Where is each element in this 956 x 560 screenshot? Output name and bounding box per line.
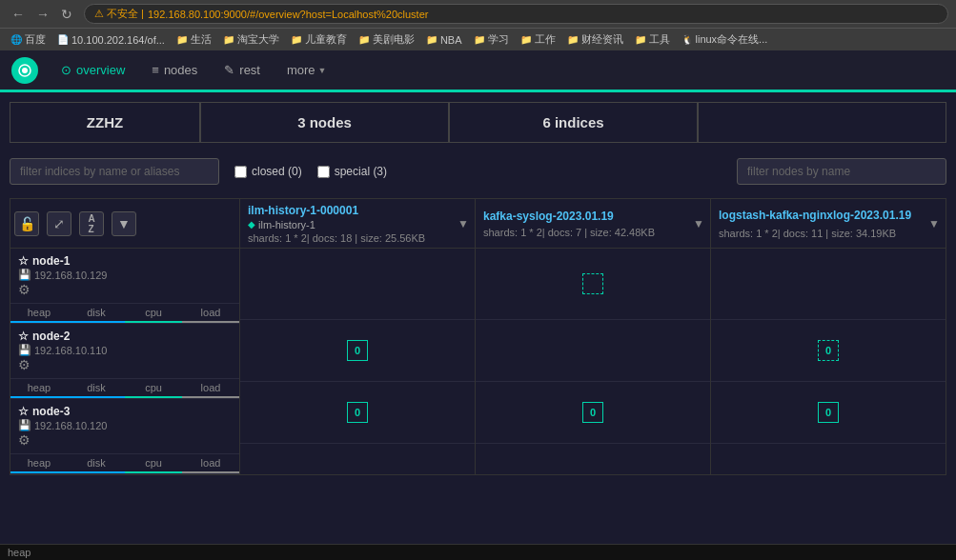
node-1-heap: heap (10, 304, 68, 323)
special-filter-checkbox[interactable]: special (3) (317, 165, 387, 178)
shard-cell-1-1 (476, 320, 710, 382)
hdd-icon: 💾 (18, 419, 31, 431)
bookmark-nba[interactable]: 📁 NBA (423, 33, 465, 47)
bookmark-label: 儿童教育 (305, 32, 347, 47)
indices-count-box[interactable]: 6 indices (449, 102, 698, 143)
hdd-icon: 💾 (18, 344, 31, 356)
lock-tool-icon[interactable]: 🔓 (14, 211, 39, 236)
rest-icon: ✎ (224, 63, 234, 77)
bookmark-work[interactable]: 📁 工作 (518, 31, 559, 48)
node-2-ip: 💾 192.168.10.110 (18, 344, 232, 356)
app-logo[interactable] (11, 57, 38, 84)
star-icon[interactable]: ☆ (18, 254, 29, 268)
index-col-0-header: ilm-history-1-000001 ▼ ◆ ilm-history-1 s… (240, 199, 475, 249)
node-3-heap: heap (10, 454, 68, 473)
address-bar[interactable]: ⚠ 不安全 | 192.168.80.100:9000/#/overview?h… (84, 4, 948, 24)
cluster-name-box[interactable]: ZZHZ (10, 102, 200, 143)
main-content: ZZHZ 3 nodes 6 indices closed (0) specia… (0, 92, 956, 485)
shard-box[interactable]: 0 (347, 340, 368, 361)
shard-box[interactable]: 0 (347, 402, 368, 423)
shard-cell-1-0[interactable] (476, 249, 710, 320)
folder-icon: 📁 (474, 34, 485, 45)
cluster-name: ZZHZ (87, 114, 123, 130)
star-icon[interactable]: ☆ (18, 330, 29, 343)
node-1-disk: disk (68, 304, 125, 323)
bookmark-movies[interactable]: 📁 美剧电影 (356, 31, 417, 48)
shard-cell-0-2[interactable]: 0 (240, 382, 475, 444)
browser-bar: ← → ↻ ⚠ 不安全 | 192.168.80.100:9000/#/over… (0, 0, 956, 28)
bookmark-label: 美剧电影 (373, 32, 415, 47)
closed-filter-checkbox[interactable]: closed (0) (234, 165, 302, 178)
index-2-name[interactable]: logstash-kafka-nginxlog-2023.01.19 ▼ (719, 209, 938, 222)
bookmark-taobao[interactable]: 📁 淘宝大学 (220, 31, 282, 48)
bookmark-study[interactable]: 📁 学习 (471, 31, 512, 48)
forward-button[interactable]: → (32, 5, 53, 24)
node-row-3: ☆ node-3 💾 192.168.10.120 ⚙ heap disk cp… (10, 399, 239, 474)
special-checkbox[interactable] (317, 166, 330, 178)
bookmark-education[interactable]: 📁 儿童教育 (288, 31, 350, 48)
index-filter-input[interactable] (10, 158, 219, 185)
index-col-0: ilm-history-1-000001 ▼ ◆ ilm-history-1 s… (239, 199, 475, 474)
index-dropdown-icon[interactable]: ▼ (928, 217, 940, 230)
index-1-meta: shards: 1 * 2| docs: 7 | size: 42.48KB (483, 227, 702, 238)
bookmark-label: linux命令在线... (696, 32, 768, 47)
bookmark-life[interactable]: 📁 生活 (173, 31, 214, 48)
index-dropdown-icon[interactable]: ▼ (693, 217, 704, 230)
index-2-meta: shards: 1 * 2| docs: 11 | size: 34.19KB (719, 228, 938, 239)
expand-tool-icon[interactable]: ⤢ (47, 211, 71, 236)
bookmark-linux[interactable]: 🐧 linux命令在线... (679, 31, 771, 48)
closed-label: closed (0) (252, 165, 302, 178)
nodes-count-box[interactable]: 3 nodes (200, 102, 449, 143)
node-3-info: ☆ node-3 💾 192.168.10.120 ⚙ (10, 399, 239, 453)
nav-overview[interactable]: ⊙ overview (50, 57, 136, 83)
nav-nodes[interactable]: ≡ nodes (140, 57, 209, 83)
sort-down-icon[interactable]: ▼ (112, 211, 136, 236)
back-button[interactable]: ← (8, 5, 29, 24)
bookmark-baidu[interactable]: 🌐 百度 (8, 31, 49, 48)
node-2-heap: heap (10, 379, 68, 398)
bookmark-label: 工作 (535, 32, 556, 47)
refresh-button[interactable]: ↻ (57, 5, 76, 24)
overview-grid: 🔓 ⤢ AZ ▼ ☆ node-1 💾 192.168.10.129 ⚙ (10, 198, 946, 475)
folder-icon: 📁 (223, 34, 234, 45)
index-col-2: logstash-kafka-nginxlog-2023.01.19 ▼ sha… (710, 199, 946, 474)
node-2-name: ☆ node-2 (18, 330, 232, 343)
index-0-name[interactable]: ilm-history-1-000001 ▼ (248, 204, 467, 217)
node-filter-input[interactable] (737, 158, 946, 185)
shard-cell-2-2[interactable]: 0 (711, 382, 946, 444)
node-2-metrics: heap disk cpu load (10, 378, 239, 398)
shard-box-dotted[interactable]: 0 (818, 340, 839, 361)
closed-checkbox[interactable] (234, 166, 247, 178)
node-1-cpu: cpu (125, 304, 182, 323)
chevron-down-icon: ▼ (318, 66, 327, 75)
nav-more-label: more (287, 63, 315, 77)
nav-rest-label: rest (239, 63, 260, 77)
index-1-name[interactable]: kafka-syslog-2023.01.19 ▼ (483, 210, 702, 223)
bookmark-ip[interactable]: 📄 10.100.202.164/of... (54, 33, 168, 47)
index-dropdown-icon[interactable]: ▼ (458, 217, 469, 230)
node-1-ip: 💾 192.168.10.129 (18, 269, 232, 281)
star-icon[interactable]: ☆ (18, 405, 29, 418)
shard-cell-1-2[interactable]: 0 (476, 382, 710, 444)
index-0-meta: shards: 1 * 2| docs: 18 | size: 25.56KB (248, 232, 467, 244)
special-label: special (3) (335, 165, 387, 178)
folder-icon: 📄 (57, 34, 69, 45)
node-2-info: ☆ node-2 💾 192.168.10.110 ⚙ (10, 324, 239, 378)
node-3-gear: ⚙ (18, 432, 232, 448)
node-2-cpu: cpu (125, 379, 182, 398)
shard-box-dotted[interactable] (582, 273, 603, 294)
nav-more[interactable]: more ▼ (275, 57, 338, 83)
bookmark-label: 10.100.202.164/of... (71, 34, 165, 46)
sort-az-icon[interactable]: AZ (79, 211, 104, 236)
shard-box[interactable]: 0 (582, 402, 603, 423)
bookmark-tools[interactable]: 📁 工具 (632, 31, 673, 48)
shard-box[interactable]: 0 (818, 402, 839, 423)
nav-rest[interactable]: ✎ rest (213, 57, 272, 83)
folder-icon: 📁 (567, 34, 579, 45)
node-1-gear: ⚙ (18, 282, 232, 297)
shard-cell-0-1[interactable]: 0 (240, 320, 475, 382)
shard-cell-2-1[interactable]: 0 (711, 320, 946, 382)
indices-count: 6 indices (542, 114, 603, 130)
bookmark-finance[interactable]: 📁 财经资讯 (564, 31, 626, 48)
node-2-gear: ⚙ (18, 357, 232, 372)
